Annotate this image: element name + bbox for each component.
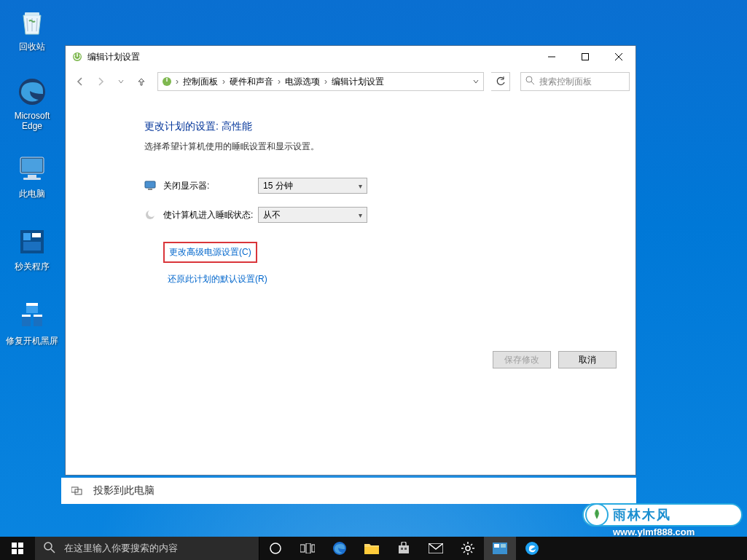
- svg-rect-9: [23, 242, 41, 251]
- window-title: 编辑计划设置: [87, 51, 535, 63]
- select-sleep[interactable]: 从不 ▾: [258, 207, 367, 223]
- desktop-icon-label: 此电脑: [4, 188, 60, 200]
- svg-rect-3: [22, 159, 42, 172]
- cancel-button[interactable]: 取消: [558, 351, 617, 368]
- back-button[interactable]: [71, 73, 89, 90]
- svg-line-52: [471, 551, 472, 553]
- row-sleep: 使计算机进入睡眠状态: 从不 ▾: [144, 207, 621, 223]
- link-restore-defaults[interactable]: 还原此计划的默认设置(R): [163, 270, 272, 288]
- watermark-brand: 雨林木风: [613, 506, 671, 524]
- desktop-icon-quick-close[interactable]: 秒关程序: [4, 226, 60, 273]
- svg-rect-11: [26, 303, 38, 306]
- edge-taskbar-icon[interactable]: [324, 537, 356, 560]
- watermark-url: www.ylmf888.com: [613, 527, 695, 537]
- chevron-right-icon: ›: [276, 76, 282, 87]
- select-turn-off-display[interactable]: 15 分钟 ▾: [258, 178, 367, 194]
- svg-line-25: [531, 82, 534, 84]
- svg-rect-30: [12, 543, 17, 548]
- desktop-icon-repair[interactable]: 修复开机黑屏: [4, 300, 60, 347]
- repair-icon: [16, 300, 48, 332]
- svg-rect-39: [312, 545, 315, 552]
- select-value: 从不: [263, 209, 281, 221]
- address-dropdown[interactable]: [469, 76, 483, 87]
- svg-rect-27: [148, 189, 152, 190]
- settings-taskbar-icon[interactable]: [452, 537, 484, 560]
- control-panel-taskbar-icon[interactable]: [484, 537, 516, 560]
- svg-point-29: [148, 210, 155, 217]
- settings-strip[interactable]: 投影到此电脑: [61, 478, 636, 504]
- start-button[interactable]: [0, 537, 35, 560]
- svg-line-54: [471, 544, 472, 545]
- svg-rect-33: [18, 549, 23, 554]
- page-heading: 更改计划的设置: 高性能: [144, 120, 621, 133]
- svg-rect-26: [145, 181, 155, 188]
- moon-icon: [144, 209, 156, 221]
- chevron-right-icon: ›: [323, 76, 329, 87]
- breadcrumb-item[interactable]: 控制面板: [181, 76, 219, 88]
- breadcrumb-item[interactable]: 编辑计划设置: [330, 76, 386, 88]
- recent-dropdown[interactable]: [112, 73, 130, 90]
- app-taskbar-icon[interactable]: [516, 537, 548, 560]
- svg-rect-41: [364, 547, 379, 554]
- page-subheading: 选择希望计算机使用的睡眠设置和显示设置。: [144, 141, 621, 153]
- svg-point-46: [466, 546, 470, 551]
- file-explorer-icon[interactable]: [356, 537, 388, 560]
- desktop-icon-this-pc[interactable]: 此电脑: [4, 153, 60, 200]
- desktop-icon-edge[interactable]: Microsoft Edge: [4, 76, 60, 132]
- svg-rect-57: [501, 544, 506, 548]
- maximize-button[interactable]: [568, 46, 602, 68]
- task-view-icon[interactable]: [292, 537, 324, 560]
- leaf-icon: [585, 503, 609, 527]
- breadcrumb-item[interactable]: 硬件和声音: [228, 76, 275, 88]
- search-placeholder: 在这里输入你要搜索的内容: [64, 542, 178, 555]
- address-bar[interactable]: › 控制面板 › 硬件和声音 › 电源选项 › 编辑计划设置: [157, 72, 484, 91]
- mail-icon[interactable]: [420, 537, 452, 560]
- power-options-icon: [71, 51, 83, 63]
- search-box[interactable]: 搜索控制面板: [520, 72, 630, 91]
- svg-line-51: [464, 544, 465, 545]
- window-body: 更改计划的设置: 高性能 选择希望计算机使用的睡眠设置和显示设置。 关闭显示器:…: [66, 95, 635, 475]
- chevron-right-icon: ›: [174, 76, 180, 87]
- power-options-icon: [161, 76, 173, 87]
- taskbar: 在这里输入你要搜索的内容: [0, 537, 747, 560]
- close-button[interactable]: [602, 46, 635, 68]
- desktop-icon-label: 回收站: [4, 41, 60, 53]
- svg-point-36: [270, 543, 281, 553]
- minimize-button[interactable]: [535, 46, 568, 68]
- svg-rect-44: [404, 548, 407, 550]
- desktop-icon-recycle-bin[interactable]: 回收站: [4, 6, 60, 53]
- svg-rect-37: [300, 545, 305, 552]
- store-icon[interactable]: [388, 537, 420, 560]
- svg-rect-8: [32, 233, 41, 237]
- svg-rect-20: [582, 54, 589, 60]
- breadcrumb-item[interactable]: 电源选项: [283, 76, 321, 88]
- cortana-icon[interactable]: [259, 537, 292, 560]
- link-advanced-power-settings[interactable]: 更改高级电源设置(C): [163, 242, 257, 263]
- titlebar[interactable]: 编辑计划设置: [66, 46, 635, 68]
- svg-rect-5: [23, 178, 41, 180]
- svg-rect-7: [23, 233, 31, 240]
- app-icon: [16, 226, 48, 258]
- desktop: 回收站 Microsoft Edge 此电脑 秒关程序 修复开机黑屏 投影到此电…: [0, 0, 747, 560]
- row-label: 使计算机进入睡眠状态:: [163, 209, 273, 221]
- forward-button[interactable]: [92, 73, 109, 90]
- svg-point-24: [526, 76, 532, 82]
- svg-point-34: [44, 543, 52, 550]
- svg-rect-38: [306, 543, 310, 553]
- project-icon: [71, 485, 83, 497]
- taskbar-search[interactable]: 在这里输入你要搜索的内容: [35, 537, 259, 560]
- chevron-down-icon: ▾: [359, 211, 362, 219]
- svg-line-53: [464, 551, 465, 553]
- save-button: 保存修改: [493, 351, 551, 368]
- refresh-button[interactable]: [491, 72, 510, 91]
- svg-rect-4: [28, 175, 36, 178]
- edge-icon: [16, 76, 48, 108]
- desktop-icon-label: Microsoft Edge: [4, 111, 60, 132]
- up-button[interactable]: [133, 73, 150, 90]
- svg-rect-31: [18, 543, 23, 548]
- settings-strip-label: 投影到此电脑: [93, 484, 155, 497]
- svg-rect-0: [25, 12, 39, 16]
- svg-rect-56: [494, 544, 499, 548]
- svg-line-35: [51, 549, 55, 553]
- desktop-icon-label: 修复开机黑屏: [4, 335, 60, 347]
